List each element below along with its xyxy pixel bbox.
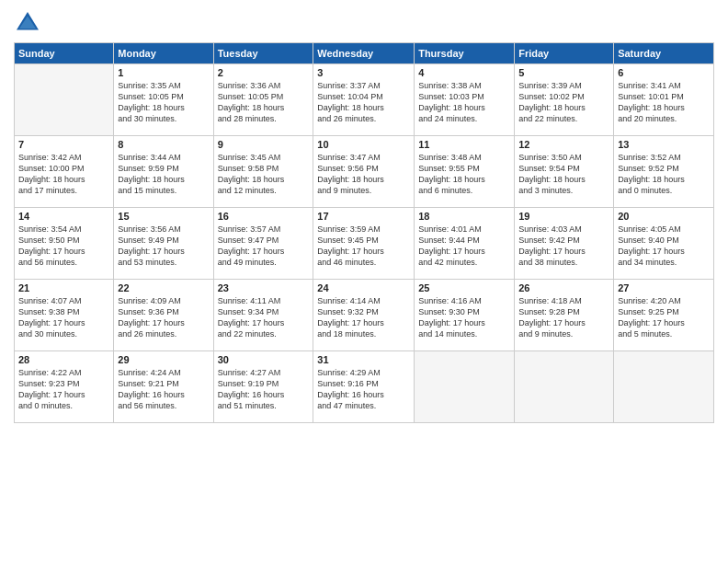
day-number: 21 — [18, 282, 109, 293]
day-number: 5 — [518, 67, 609, 78]
day-number: 28 — [18, 354, 109, 365]
logo-icon — [14, 9, 41, 37]
weekday-header-thursday: Thursday — [415, 43, 515, 64]
day-number: 18 — [418, 211, 510, 222]
day-info: Sunrise: 3:44 AMSunset: 9:59 PMDaylight:… — [118, 152, 209, 197]
day-cell — [614, 351, 714, 423]
week-row-1: 1Sunrise: 3:35 AMSunset: 10:05 PMDayligh… — [15, 64, 714, 136]
day-number: 8 — [118, 139, 209, 150]
day-info: Sunrise: 3:50 AMSunset: 9:54 PMDaylight:… — [518, 152, 609, 197]
day-info: Sunrise: 4:09 AMSunset: 9:36 PMDaylight:… — [118, 295, 209, 340]
day-info: Sunrise: 4:27 AMSunset: 9:19 PMDaylight:… — [218, 367, 310, 412]
day-info: Sunrise: 3:54 AMSunset: 9:50 PMDaylight:… — [18, 224, 109, 269]
day-number: 13 — [618, 139, 710, 150]
day-cell: 28Sunrise: 4:22 AMSunset: 9:23 PMDayligh… — [15, 351, 114, 423]
day-cell: 12Sunrise: 3:50 AMSunset: 9:54 PMDayligh… — [515, 136, 614, 208]
day-number: 17 — [317, 211, 410, 222]
day-cell: 5Sunrise: 3:39 AMSunset: 10:02 PMDayligh… — [515, 64, 614, 136]
day-cell: 14Sunrise: 3:54 AMSunset: 9:50 PMDayligh… — [15, 208, 114, 280]
day-cell: 29Sunrise: 4:24 AMSunset: 9:21 PMDayligh… — [114, 351, 213, 423]
day-cell: 3Sunrise: 3:37 AMSunset: 10:04 PMDayligh… — [313, 64, 415, 136]
day-cell: 11Sunrise: 3:48 AMSunset: 9:55 PMDayligh… — [415, 136, 515, 208]
day-info: Sunrise: 3:35 AMSunset: 10:05 PMDaylight… — [118, 80, 209, 125]
day-number: 25 — [418, 282, 510, 293]
weekday-header-saturday: Saturday — [614, 43, 714, 64]
day-info: Sunrise: 4:11 AMSunset: 9:34 PMDaylight:… — [218, 295, 310, 340]
day-info: Sunrise: 3:48 AMSunset: 9:55 PMDaylight:… — [418, 152, 510, 197]
day-number: 16 — [218, 211, 310, 222]
day-info: Sunrise: 3:39 AMSunset: 10:02 PMDaylight… — [518, 80, 609, 125]
day-cell: 17Sunrise: 3:59 AMSunset: 9:45 PMDayligh… — [313, 208, 415, 280]
day-number: 26 — [518, 282, 609, 293]
day-info: Sunrise: 3:59 AMSunset: 9:45 PMDaylight:… — [317, 224, 410, 269]
day-number: 22 — [118, 282, 209, 293]
day-number: 14 — [18, 211, 109, 222]
day-cell: 24Sunrise: 4:14 AMSunset: 9:32 PMDayligh… — [313, 280, 415, 351]
day-cell: 23Sunrise: 4:11 AMSunset: 9:34 PMDayligh… — [213, 280, 313, 351]
day-number: 27 — [618, 282, 710, 293]
week-row-3: 14Sunrise: 3:54 AMSunset: 9:50 PMDayligh… — [15, 208, 714, 280]
day-info: Sunrise: 3:47 AMSunset: 9:56 PMDaylight:… — [317, 152, 410, 197]
week-row-5: 28Sunrise: 4:22 AMSunset: 9:23 PMDayligh… — [15, 351, 714, 423]
day-info: Sunrise: 4:24 AMSunset: 9:21 PMDaylight:… — [118, 367, 209, 412]
day-info: Sunrise: 3:56 AMSunset: 9:49 PMDaylight:… — [118, 224, 209, 269]
day-number: 10 — [317, 139, 410, 150]
day-cell: 18Sunrise: 4:01 AMSunset: 9:44 PMDayligh… — [415, 208, 515, 280]
day-info: Sunrise: 4:05 AMSunset: 9:40 PMDaylight:… — [618, 224, 710, 269]
day-info: Sunrise: 4:03 AMSunset: 9:42 PMDaylight:… — [518, 224, 609, 269]
day-info: Sunrise: 4:22 AMSunset: 9:23 PMDaylight:… — [18, 367, 109, 412]
day-number: 11 — [418, 139, 510, 150]
day-info: Sunrise: 4:07 AMSunset: 9:38 PMDaylight:… — [18, 295, 109, 340]
day-cell — [415, 351, 515, 423]
day-cell: 1Sunrise: 3:35 AMSunset: 10:05 PMDayligh… — [114, 64, 213, 136]
day-number: 9 — [218, 139, 310, 150]
day-cell: 7Sunrise: 3:42 AMSunset: 10:00 PMDayligh… — [15, 136, 114, 208]
day-info: Sunrise: 3:37 AMSunset: 10:04 PMDaylight… — [317, 80, 410, 125]
day-info: Sunrise: 4:18 AMSunset: 9:28 PMDaylight:… — [518, 295, 609, 340]
day-cell: 30Sunrise: 4:27 AMSunset: 9:19 PMDayligh… — [213, 351, 313, 423]
day-cell: 21Sunrise: 4:07 AMSunset: 9:38 PMDayligh… — [15, 280, 114, 351]
day-number: 30 — [218, 354, 310, 365]
day-number: 12 — [518, 139, 609, 150]
day-info: Sunrise: 3:38 AMSunset: 10:03 PMDaylight… — [418, 80, 510, 125]
day-cell: 31Sunrise: 4:29 AMSunset: 9:16 PMDayligh… — [313, 351, 415, 423]
day-cell: 13Sunrise: 3:52 AMSunset: 9:52 PMDayligh… — [614, 136, 714, 208]
day-cell — [515, 351, 614, 423]
day-number: 19 — [518, 211, 609, 222]
day-info: Sunrise: 4:29 AMSunset: 9:16 PMDaylight:… — [317, 367, 410, 412]
day-info: Sunrise: 4:16 AMSunset: 9:30 PMDaylight:… — [418, 295, 510, 340]
day-number: 31 — [317, 354, 410, 365]
day-number: 1 — [118, 67, 209, 78]
day-info: Sunrise: 4:20 AMSunset: 9:25 PMDaylight:… — [618, 295, 710, 340]
weekday-header-friday: Friday — [515, 43, 614, 64]
day-number: 23 — [218, 282, 310, 293]
day-info: Sunrise: 3:36 AMSunset: 10:05 PMDaylight… — [218, 80, 310, 125]
logo — [14, 9, 45, 37]
day-info: Sunrise: 4:01 AMSunset: 9:44 PMDaylight:… — [418, 224, 510, 269]
day-number: 3 — [317, 67, 410, 78]
day-cell: 6Sunrise: 3:41 AMSunset: 10:01 PMDayligh… — [614, 64, 714, 136]
day-cell: 19Sunrise: 4:03 AMSunset: 9:42 PMDayligh… — [515, 208, 614, 280]
day-number: 20 — [618, 211, 710, 222]
weekday-header-row: SundayMondayTuesdayWednesdayThursdayFrid… — [15, 43, 714, 64]
day-info: Sunrise: 4:14 AMSunset: 9:32 PMDaylight:… — [317, 295, 410, 340]
day-cell: 25Sunrise: 4:16 AMSunset: 9:30 PMDayligh… — [415, 280, 515, 351]
weekday-header-monday: Monday — [114, 43, 213, 64]
calendar-page: SundayMondayTuesdayWednesdayThursdayFrid… — [0, 0, 728, 563]
weekday-header-wednesday: Wednesday — [313, 43, 415, 64]
day-cell: 20Sunrise: 4:05 AMSunset: 9:40 PMDayligh… — [614, 208, 714, 280]
day-info: Sunrise: 3:41 AMSunset: 10:01 PMDaylight… — [618, 80, 710, 125]
day-cell: 8Sunrise: 3:44 AMSunset: 9:59 PMDaylight… — [114, 136, 213, 208]
calendar-table: SundayMondayTuesdayWednesdayThursdayFrid… — [14, 42, 714, 423]
day-number: 6 — [618, 67, 710, 78]
day-cell: 10Sunrise: 3:47 AMSunset: 9:56 PMDayligh… — [313, 136, 415, 208]
week-row-2: 7Sunrise: 3:42 AMSunset: 10:00 PMDayligh… — [15, 136, 714, 208]
week-row-4: 21Sunrise: 4:07 AMSunset: 9:38 PMDayligh… — [15, 280, 714, 351]
day-cell: 15Sunrise: 3:56 AMSunset: 9:49 PMDayligh… — [114, 208, 213, 280]
day-cell: 22Sunrise: 4:09 AMSunset: 9:36 PMDayligh… — [114, 280, 213, 351]
day-number: 29 — [118, 354, 209, 365]
day-info: Sunrise: 3:52 AMSunset: 9:52 PMDaylight:… — [618, 152, 710, 197]
day-number: 2 — [218, 67, 310, 78]
day-cell: 26Sunrise: 4:18 AMSunset: 9:28 PMDayligh… — [515, 280, 614, 351]
day-number: 15 — [118, 211, 209, 222]
